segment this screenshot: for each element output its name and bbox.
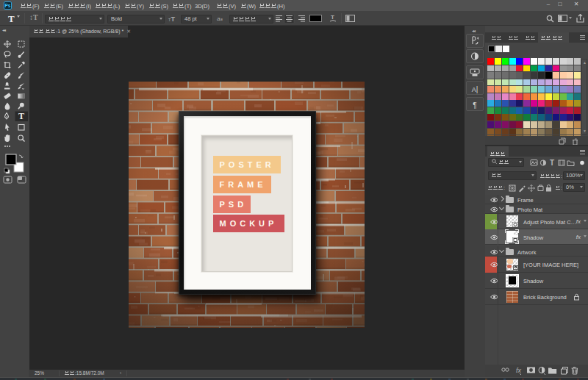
svg-text:T: T [331,14,334,21]
svg-text:T: T [550,159,554,167]
svg-text:fx: fx [516,367,522,374]
svg-text:T: T [18,111,24,121]
